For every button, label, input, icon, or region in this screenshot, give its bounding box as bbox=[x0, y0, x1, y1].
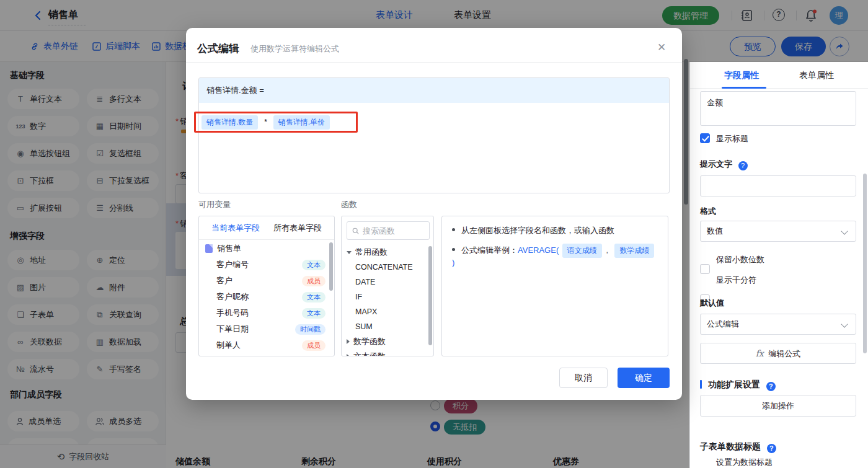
hint-text-row: 提示文字 ? bbox=[700, 159, 748, 170]
variables-scrollbar[interactable] bbox=[329, 242, 333, 291]
tab-current-form-fields[interactable]: 当前表单字段 bbox=[211, 223, 260, 234]
edit-formula-button[interactable]: fx 编辑公式 bbox=[700, 343, 856, 364]
modal-divider bbox=[186, 62, 682, 63]
close-icon[interactable]: ✕ bbox=[657, 41, 666, 54]
extension-settings-header: 功能扩展设置 ? bbox=[700, 379, 776, 391]
function-group-math[interactable]: 数学函数 bbox=[342, 334, 433, 349]
type-badge: 文本 bbox=[302, 260, 326, 270]
modal-subtitle: 使用数学运算符编辑公式 bbox=[250, 43, 339, 55]
tip-line-2: 公式编辑举例：AVERAGE( 语文成绩， 数学成绩) bbox=[452, 244, 658, 267]
panel-tab-bar bbox=[690, 62, 868, 89]
function-group-label: 数学函数 bbox=[353, 336, 386, 347]
properties-panel: 字段属性 表单属性 金额 显示标题 提示文字 ? 格式 数值 保留小数位数 显示… bbox=[689, 62, 868, 468]
type-badge: 文本 bbox=[302, 308, 326, 319]
default-value-select[interactable]: 公式编辑 bbox=[700, 314, 856, 335]
form-doc-icon bbox=[205, 244, 213, 253]
function-item[interactable]: SUM bbox=[342, 319, 433, 334]
confirm-button[interactable]: 确定 bbox=[618, 368, 670, 388]
type-badge: 成员 bbox=[302, 340, 326, 351]
field-name-input[interactable]: 金额 bbox=[700, 91, 856, 126]
type-badge: 文本 bbox=[302, 292, 326, 302]
variable-row[interactable]: 客户编号 文本 bbox=[199, 257, 334, 273]
formula-target: 销售详情.金额 = bbox=[199, 78, 669, 103]
tips-panel: 从左侧面板选择字段名和函数，或输入函数 公式编辑举例：AVERAGE( 语文成绩… bbox=[441, 216, 668, 356]
subform-data-title-label: 子表单数据标题 bbox=[700, 441, 761, 451]
hint-text-input[interactable] bbox=[700, 175, 856, 196]
function-item[interactable]: CONCATENATE bbox=[342, 260, 433, 275]
subform-help-icon[interactable]: ? bbox=[767, 444, 776, 453]
variable-name: 手机号码 bbox=[216, 307, 249, 319]
function-item[interactable]: DATE bbox=[342, 275, 433, 289]
type-badge: 时间戳 bbox=[295, 324, 326, 335]
variable-row[interactable]: 客户昵称 文本 bbox=[199, 289, 334, 305]
function-group-label: 文本函数 bbox=[353, 351, 386, 356]
function-item[interactable]: MAPX bbox=[342, 304, 433, 319]
bullet-icon bbox=[452, 248, 455, 251]
variable-root-label: 销售单 bbox=[217, 243, 241, 254]
function-group-label: 常用函数 bbox=[355, 247, 388, 258]
subform-data-title-header: 子表单数据标题 ? bbox=[700, 441, 776, 453]
add-action-button[interactable]: 添加操作 bbox=[700, 395, 856, 417]
function-group-text[interactable]: 文本函数 bbox=[342, 349, 433, 356]
function-group-common[interactable]: 常用函数 bbox=[342, 245, 433, 260]
variable-name: 客户昵称 bbox=[216, 291, 249, 302]
annotation-highlight-box bbox=[194, 112, 358, 133]
variable-row[interactable]: 制单人 成员 bbox=[199, 337, 334, 353]
functions-label: 函数 bbox=[341, 199, 357, 210]
set-data-title-label: 设置为数据标题 bbox=[716, 457, 773, 468]
variable-row[interactable]: 下单日期 时间戳 bbox=[199, 321, 334, 337]
function-item[interactable]: IF bbox=[342, 289, 433, 304]
tab-all-form-fields[interactable]: 所有表单字段 bbox=[273, 223, 322, 234]
edit-formula-label: 编辑公式 bbox=[768, 349, 800, 358]
variable-name: 客户编号 bbox=[216, 259, 249, 270]
chevron-right-icon bbox=[347, 339, 350, 344]
example-arg-chip: 数学成绩 bbox=[614, 244, 654, 258]
function-search-input[interactable] bbox=[363, 226, 424, 236]
example-close-paren: ) bbox=[452, 258, 454, 267]
variable-row[interactable]: 手机号码 文本 bbox=[199, 305, 334, 321]
variables-label: 可用变量 bbox=[198, 199, 231, 210]
bullet-icon bbox=[452, 228, 455, 231]
search-icon bbox=[352, 227, 359, 235]
app-window: 销售单 表单设计 表单设置 数据管理 ? 理 表单外链 bbox=[0, 0, 868, 468]
tab-form-properties[interactable]: 表单属性 bbox=[799, 70, 834, 81]
formula-edit-modal: 公式编辑 使用数学运算符编辑公式 ✕ 销售详情.金额 = 销售详情.数量 * 销… bbox=[186, 28, 682, 400]
type-badge: 成员 bbox=[302, 276, 326, 286]
function-search[interactable] bbox=[347, 221, 430, 240]
hint-text-label: 提示文字 bbox=[700, 159, 732, 169]
decimal-label: 保留小数位数 bbox=[716, 254, 764, 265]
variable-name: 制单人 bbox=[216, 340, 241, 351]
example-function: AVERAGE( bbox=[518, 245, 559, 255]
default-value-label: 默认值 bbox=[700, 298, 724, 309]
functions-panel: 常用函数 CONCATENATE DATE IF MAPX SUM 数学函数 文… bbox=[341, 216, 434, 356]
formula-editor[interactable]: 销售详情.金额 = bbox=[198, 77, 670, 193]
format-label: 格式 bbox=[700, 206, 716, 217]
extension-settings-label: 功能扩展设置 bbox=[708, 379, 760, 389]
variables-panel: 当前表单字段 所有表单字段 销售单 客户编号 文本 客户 成员 客户昵称 文本 … bbox=[198, 216, 335, 356]
variable-tree-root[interactable]: 销售单 bbox=[199, 240, 334, 257]
format-select[interactable]: 数值 bbox=[700, 221, 856, 242]
variable-row[interactable]: 客户 成员 bbox=[199, 273, 334, 289]
thousand-separator-label: 显示千分符 bbox=[716, 275, 756, 286]
variable-name: 客户 bbox=[216, 275, 232, 286]
show-title-checkbox[interactable] bbox=[700, 133, 710, 143]
extension-help-icon[interactable]: ? bbox=[766, 382, 776, 391]
example-arg-chip: 语文成绩 bbox=[562, 244, 602, 258]
show-title-label: 显示标题 bbox=[716, 133, 748, 144]
chevron-down-icon bbox=[347, 251, 352, 254]
active-tab-underline bbox=[722, 87, 766, 89]
section-accent-bar bbox=[700, 380, 702, 389]
tab-field-properties[interactable]: 字段属性 bbox=[724, 70, 759, 81]
fx-icon: fx bbox=[756, 348, 764, 358]
tip-line-1: 从左侧面板选择字段名和函数，或输入函数 bbox=[452, 225, 658, 236]
panel-scrollbar[interactable] bbox=[863, 174, 867, 353]
variable-name: 下单日期 bbox=[216, 324, 249, 335]
decimal-checkbox[interactable] bbox=[700, 264, 710, 274]
functions-scrollbar[interactable] bbox=[428, 246, 432, 345]
modal-title: 公式编辑 bbox=[197, 42, 239, 56]
hint-help-icon[interactable]: ? bbox=[738, 161, 748, 170]
chevron-right-icon bbox=[347, 354, 350, 356]
cancel-button[interactable]: 取消 bbox=[559, 368, 608, 388]
